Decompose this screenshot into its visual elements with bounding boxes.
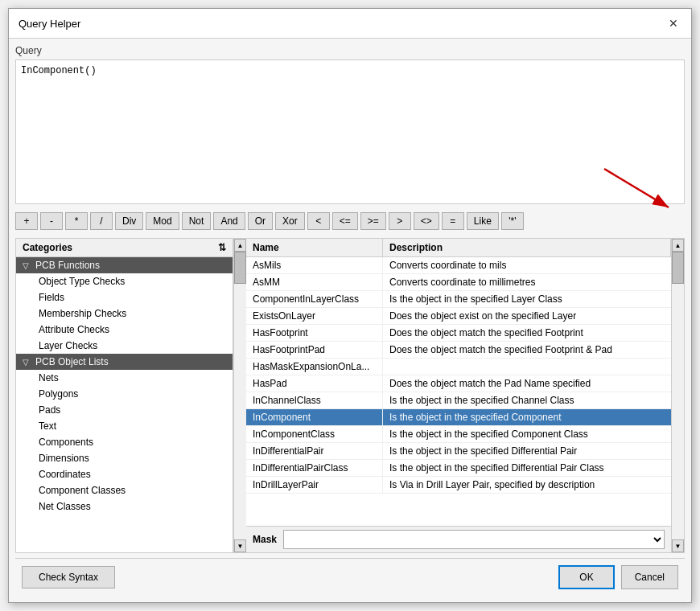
tree-item-fields[interactable]: Fields <box>16 289 233 306</box>
tree-item-pads[interactable]: Pads <box>16 402 233 418</box>
operators-bar: + - * / Div Mod Not And Or Xor < <= >= >… <box>15 209 685 233</box>
scroll-up-button[interactable]: ▲ <box>234 239 246 252</box>
op-plus-button[interactable]: + <box>15 212 38 230</box>
function-desc: Is the object in the specified Different… <box>383 460 671 476</box>
mask-label: Mask <box>253 534 277 545</box>
table-row[interactable]: AsMils Converts coordinate to mils <box>246 257 671 274</box>
function-desc: Converts coordinate to millimetres <box>383 274 671 290</box>
tree-item-membership-checks[interactable]: Membership Checks <box>16 306 233 322</box>
dialog-title: Query Helper <box>19 18 80 30</box>
scroll-down-button[interactable]: ▼ <box>672 539 684 552</box>
function-desc <box>383 359 671 375</box>
op-xor-button[interactable]: Xor <box>275 212 305 230</box>
item-label: Dimensions <box>39 453 89 464</box>
function-name: ComponentInLayerClass <box>246 291 383 307</box>
expand-icon-pcb-functions: ▽ <box>23 261 32 270</box>
close-button[interactable]: ✕ <box>665 15 681 31</box>
op-gte-button[interactable]: >= <box>360 212 386 230</box>
table-row[interactable]: HasFootprintPad Does the object match th… <box>246 342 671 359</box>
op-lte-button[interactable]: <= <box>332 212 358 230</box>
functions-table-body[interactable]: AsMils Converts coordinate to mils AsMM … <box>246 257 671 526</box>
table-row[interactable]: ExistsOnLayer Does the object exist on t… <box>246 308 671 325</box>
function-name: HasFootprint <box>246 325 383 341</box>
item-label: Pads <box>39 404 60 416</box>
op-ne-button[interactable]: <> <box>414 212 439 230</box>
table-row[interactable]: HasMaskExpansionOnLa... <box>246 359 671 375</box>
tree-item-polygons[interactable]: Polygons <box>16 386 233 402</box>
scroll-down-button[interactable]: ▼ <box>234 539 246 552</box>
tree-item-object-type-checks[interactable]: Object Type Checks <box>16 273 233 289</box>
item-label: Object Type Checks <box>39 276 125 287</box>
tree-item-dimensions[interactable]: Dimensions <box>16 450 233 466</box>
op-and-button[interactable]: And <box>213 212 245 230</box>
mask-row: Mask <box>246 526 671 552</box>
table-row[interactable]: InDrillLayerPair Is Via in Drill Layer P… <box>246 477 671 494</box>
group-pcb-functions[interactable]: ▽ PCB Functions <box>16 257 233 273</box>
function-desc: Converts coordinate to mils <box>383 257 671 273</box>
scroll-track[interactable] <box>672 252 684 539</box>
tree-item-layer-checks[interactable]: Layer Checks <box>16 338 233 354</box>
function-desc: Does the object exist on the specified L… <box>383 308 671 324</box>
table-row[interactable]: AsMM Converts coordinate to millimetres <box>246 274 671 291</box>
categories-panel: Categories ⇅ ▽ PCB Functions Object Type… <box>16 239 233 552</box>
item-label: Component Classes <box>39 485 126 496</box>
scroll-thumb[interactable] <box>234 252 246 284</box>
table-row[interactable]: InDifferentialPairClass Is the object in… <box>246 460 671 477</box>
tree-item-text[interactable]: Text <box>16 418 233 434</box>
op-or-button[interactable]: Or <box>248 212 273 230</box>
op-wildcard-button[interactable]: '*' <box>501 212 524 230</box>
function-name: InComponent <box>246 409 383 425</box>
scroll-up-button[interactable]: ▲ <box>672 239 684 252</box>
function-desc: Does the object match the specified Foot… <box>383 325 671 341</box>
scroll-thumb[interactable] <box>672 252 684 284</box>
table-row-selected[interactable]: InComponent Is the object in the specifi… <box>246 409 671 426</box>
ok-button[interactable]: OK <box>558 565 614 589</box>
categories-header: Categories ⇅ <box>16 239 233 257</box>
categories-tree[interactable]: ▽ PCB Functions Object Type Checks Field… <box>16 257 233 552</box>
item-label: Membership Checks <box>39 308 126 319</box>
op-eq-button[interactable]: = <box>442 212 464 230</box>
function-desc: Is Via in Drill Layer Pair, specified by… <box>383 477 671 493</box>
op-gt-button[interactable]: > <box>389 212 411 230</box>
function-name: InDifferentialPair <box>246 443 383 459</box>
table-row[interactable]: HasFootprint Does the object match the s… <box>246 325 671 342</box>
table-row[interactable]: InChannelClass Is the object in the spec… <box>246 392 671 409</box>
table-header: Name Description <box>246 239 671 257</box>
function-name: InDifferentialPairClass <box>246 460 383 476</box>
left-panel-scrollbar[interactable]: ▲ ▼ <box>233 239 246 552</box>
title-bar: Query Helper ✕ <box>9 9 691 39</box>
op-not-button[interactable]: Not <box>182 212 212 230</box>
tree-item-nets[interactable]: Nets <box>16 370 233 386</box>
right-panel-scrollbar[interactable]: ▲ ▼ <box>671 239 684 552</box>
tree-item-components[interactable]: Components <box>16 434 233 450</box>
function-name: HasPad <box>246 375 383 392</box>
op-like-button[interactable]: Like <box>467 212 499 230</box>
tree-item-coordinates[interactable]: Coordinates <box>16 466 233 482</box>
op-div-button[interactable]: Div <box>115 212 143 230</box>
op-lt-button[interactable]: < <box>307 212 330 230</box>
tree-item-attribute-checks[interactable]: Attribute Checks <box>16 322 233 338</box>
op-divide-button[interactable]: / <box>90 212 113 230</box>
query-helper-dialog: Query Helper ✕ Query InComponent() + - * <box>8 8 692 603</box>
scroll-track[interactable] <box>234 252 246 539</box>
function-name: InChannelClass <box>246 392 383 408</box>
table-row[interactable]: InDifferentialPair Is the object in the … <box>246 443 671 460</box>
op-mod-button[interactable]: Mod <box>146 212 179 230</box>
tree-item-component-classes[interactable]: Component Classes <box>16 482 233 498</box>
group-pcb-object-lists[interactable]: ▽ PCB Object Lists <box>16 354 233 370</box>
cancel-button[interactable]: Cancel <box>621 565 678 589</box>
table-row[interactable]: InComponentClass Is the object in the sp… <box>246 426 671 443</box>
tree-item-net-classes[interactable]: Net Classes <box>16 498 233 515</box>
check-syntax-button[interactable]: Check Syntax <box>22 566 115 588</box>
table-row[interactable]: ComponentInLayerClass Is the object in t… <box>246 291 671 308</box>
op-multiply-button[interactable]: * <box>65 212 88 230</box>
item-label: Text <box>39 420 56 432</box>
mask-select[interactable] <box>283 530 665 549</box>
table-row[interactable]: HasPad Does the object match the Pad Nam… <box>246 375 671 392</box>
item-label: Fields <box>39 292 64 303</box>
op-minus-button[interactable]: - <box>40 212 63 230</box>
query-textarea[interactable]: InComponent() <box>15 59 685 204</box>
function-name: InComponentClass <box>246 426 383 442</box>
bottom-bar: Check Syntax OK Cancel <box>15 558 685 596</box>
function-name: AsMils <box>246 257 383 273</box>
